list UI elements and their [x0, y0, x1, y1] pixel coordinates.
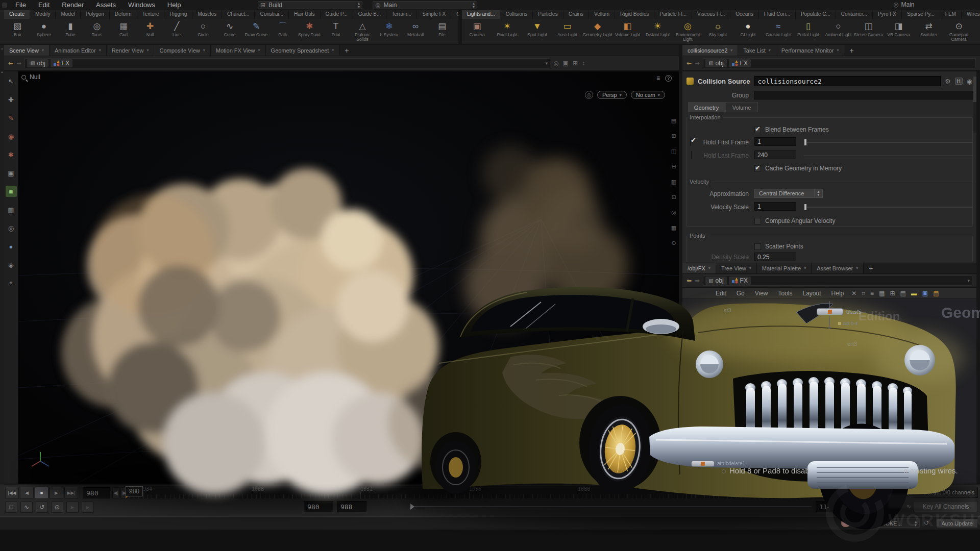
shelf-tab-hair-utils[interactable]: Hair Utils — [289, 10, 321, 19]
shelf-tool-gi-light[interactable]: ●GI Light — [733, 19, 763, 44]
help-icon[interactable]: ? — [665, 75, 672, 82]
layout-icon[interactable]: ⊞ — [573, 60, 578, 67]
path-node-chip[interactable]: FX — [51, 59, 72, 67]
global-range-end-field[interactable]: 1145 — [846, 501, 873, 512]
shelf-tab-container[interactable]: Container... — [836, 10, 873, 19]
shelf-tool-platonic-solids[interactable]: △Platonic Solids — [349, 19, 376, 44]
pane-tab-performance-monitor[interactable]: Performance Monitor▾ — [776, 45, 845, 56]
shelf-tool-tube[interactable]: ▮Tube — [57, 19, 84, 44]
shelf-tool-circle[interactable]: ○Circle — [190, 19, 216, 44]
window-icon[interactable]: ▤ — [898, 290, 908, 297]
slider-handle[interactable] — [804, 139, 807, 146]
pane-tab-material-palette[interactable]: Material Palette▾ — [757, 263, 812, 273]
path-field[interactable]: ▧ obj FX — [703, 58, 976, 68]
paint-tool-icon[interactable]: ✎ — [6, 112, 17, 123]
shelf-tab-populate-c[interactable]: Populate C... — [796, 10, 836, 19]
path-node-chip[interactable]: FX — [729, 59, 751, 67]
shelf-tool-curve[interactable]: ∿Curve — [216, 19, 243, 44]
objects-tool-icon[interactable]: ■ — [6, 186, 17, 197]
forward-arrow-icon[interactable]: ➡ — [16, 60, 21, 67]
image-icon[interactable]: ▣ — [920, 290, 930, 297]
goto-end-button[interactable]: ▶▶| — [64, 487, 78, 499]
back-arrow-icon[interactable]: ⬅ — [687, 60, 692, 67]
shelf-tool-null[interactable]: ✚Null — [137, 19, 163, 44]
shelf-tab-collisions[interactable]: Collisions — [500, 10, 533, 19]
net-menu-edit[interactable]: Edit — [711, 290, 731, 297]
shelf-tool-vr-camera[interactable]: ◨VR Camera — [884, 19, 914, 44]
viewport-display-icon-6[interactable]: ◎ — [670, 208, 678, 216]
loop-icon[interactable]: ↺ — [36, 502, 48, 513]
sphere-tool-icon[interactable]: ● — [6, 241, 17, 252]
pose-tool-icon[interactable]: ◈ — [6, 259, 17, 270]
shelf-tool-font[interactable]: TFont — [323, 19, 349, 44]
desktop-selector[interactable]: ⊞ Build ▴▾ — [258, 1, 362, 9]
spinner-icon[interactable]: ▴▾ — [473, 2, 475, 9]
move-tool-icon[interactable]: ✚ — [6, 94, 17, 105]
pane-tab-motion-fx-view[interactable]: Motion FX View▾ — [211, 45, 266, 56]
shelf-tab-constrai[interactable]: Constrai... — [255, 10, 289, 19]
menu-edit[interactable]: Edit — [32, 0, 56, 10]
shelf-tool-sky-light[interactable]: ☼Sky Light — [703, 19, 733, 44]
hold-first-frame-slider[interactable] — [804, 142, 972, 143]
shelf-tool-distant-light[interactable]: ☀Distant Light — [643, 19, 673, 44]
path-node-chip[interactable]: FX — [729, 277, 751, 285]
stop-button[interactable]: ■ — [35, 487, 48, 499]
pane-tab-composite-view[interactable]: Composite View▾ — [154, 45, 210, 56]
viewport-display-icon-0[interactable]: ▤ — [670, 116, 678, 124]
box-tool-icon[interactable]: ▣ — [6, 167, 17, 179]
pane-tab-collisionsource2[interactable]: collisionsource2▾ — [682, 45, 738, 56]
pane-tab-obj-fx[interactable]: /obj/FX▾ — [682, 263, 716, 273]
shelf-tab-muscles[interactable]: Muscles — [192, 10, 222, 19]
shelf-tool-torus[interactable]: ◎Torus — [84, 19, 110, 44]
recook-icon[interactable]: ↺ — [924, 519, 929, 527]
shelf-tab-particles[interactable]: Particles — [533, 10, 563, 19]
new-tab-button[interactable]: + — [864, 263, 878, 273]
scatter-points-checkbox[interactable] — [754, 243, 761, 250]
playback-range-end-field[interactable]: 1145 — [816, 501, 843, 512]
play-button[interactable]: ▶ — [50, 487, 63, 499]
step-back-button[interactable]: ◀| — [112, 487, 119, 498]
shelf-tab-create[interactable]: Create — [4, 10, 30, 19]
menu-assets[interactable]: Assets — [90, 0, 122, 10]
net-menu-tools[interactable]: Tools — [774, 290, 797, 297]
shelf-tool-path[interactable]: ⌒Path — [270, 19, 296, 44]
shelf-tool-sphere[interactable]: ●Sphere — [31, 19, 57, 44]
path-dropdown-icon[interactable]: ▾ — [546, 61, 548, 66]
scene-viewport[interactable]: Null ≡ ? ◎ Persp▾ No cam▾ ▤⊞◫⊟▥⊡◎▦⊙ — [18, 71, 679, 484]
viewport-display-icon-2[interactable]: ◫ — [670, 147, 678, 155]
node-name-field[interactable]: collisionsource2 — [754, 76, 941, 86]
shelf-tool-spot-light[interactable]: ▼Spot Light — [522, 19, 552, 44]
grid-icon[interactable]: ▦ — [877, 290, 887, 297]
path-context-chip[interactable]: ▧ obj — [705, 277, 726, 285]
realtime-icon[interactable]: ⊙ — [51, 502, 63, 513]
shelf-tab-texture[interactable]: Texture — [137, 10, 165, 19]
spinner-icon[interactable]: ▴▾ — [915, 520, 917, 527]
maximize-icon[interactable]: ↕ — [582, 60, 585, 67]
new-tab-button[interactable]: + — [339, 45, 354, 56]
shelf-tool-environment-light[interactable]: ◎Environment Light — [673, 19, 703, 44]
net-menu-layout[interactable]: Layout — [798, 290, 826, 297]
shelf-tab-cloud-fx[interactable]: Cloud FX — [451, 10, 458, 19]
shelf-tab-rigging[interactable]: Rigging — [164, 10, 192, 19]
shelf-tab-grains[interactable]: Grains — [564, 10, 589, 19]
shelf-tool-stereo-camera[interactable]: ◫Stereo Camera — [853, 19, 884, 44]
shelf-tool-caustic-light[interactable]: ≈Caustic Light — [763, 19, 793, 44]
audio-icon[interactable]: ∿ — [20, 502, 33, 513]
viewport-display-icon-4[interactable]: ▥ — [670, 178, 678, 186]
back-arrow-icon[interactable]: ⬅ — [8, 60, 13, 67]
net-menu-go[interactable]: Go — [732, 290, 749, 297]
shelf-tool-ambient-light[interactable]: ○Ambient Light — [823, 19, 853, 44]
play-reverse-button[interactable]: ◀ — [20, 487, 34, 499]
gear-icon[interactable]: ⚙ — [945, 78, 951, 85]
shelf-tool-geometry-light[interactable]: ◆Geometry Light — [582, 19, 612, 44]
snap-icon[interactable]: ⌗ — [860, 290, 867, 297]
approximation-dropdown[interactable]: Central Difference — [754, 189, 815, 198]
shelf-tool-volume-light[interactable]: ◧Volume Light — [612, 19, 643, 44]
shelf-tab-viscous-fl[interactable]: Viscous Fl... — [692, 10, 730, 19]
global-range-start-field[interactable]: 980 — [304, 501, 333, 512]
shelf-tool-draw-curve[interactable]: ✎Draw Curve — [243, 19, 270, 44]
path-context-chip[interactable]: ▧ obj — [27, 59, 48, 67]
path-field[interactable]: ▧ obj FX ▾ — [24, 58, 550, 68]
key-icon[interactable]: ⊛ — [906, 488, 911, 495]
pane-tab-tree-view[interactable]: Tree View▾ — [716, 263, 757, 273]
